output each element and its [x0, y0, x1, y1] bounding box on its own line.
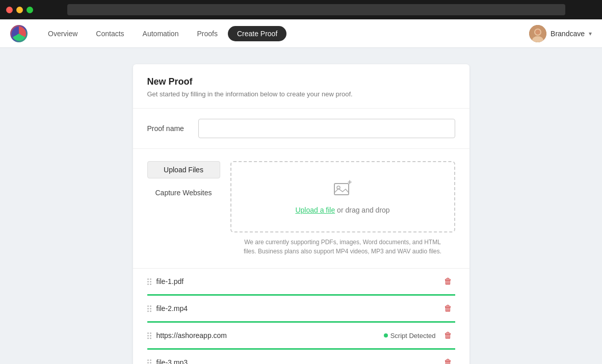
svg-rect-4	[334, 184, 349, 195]
file-name: file-2.mp4	[156, 304, 436, 313]
tab-capture-websites[interactable]: Capture Websites	[147, 185, 220, 201]
nav-items: Overview Contacts Automation Proofs Crea…	[40, 25, 529, 42]
page-title: New Proof	[147, 76, 455, 87]
page-content: New Proof Get started by filling in the …	[0, 48, 602, 364]
delete-file-button[interactable]: 🗑	[441, 357, 455, 364]
nav-item-proofs[interactable]: Proofs	[189, 25, 225, 42]
app-logo[interactable]	[10, 25, 28, 42]
address-bar[interactable]	[67, 4, 565, 15]
file-list: file-1.pdf 🗑 file-2.mp4 🗑	[133, 269, 469, 364]
list-item: file-2.mp4 🗑	[147, 296, 455, 323]
drop-zone-suffix: or drag and drop	[335, 206, 389, 214]
support-text: We are currently supporting PDFs, images…	[230, 232, 455, 256]
svg-point-3	[535, 30, 540, 35]
tab-upload-files[interactable]: Upload Files	[147, 161, 220, 178]
nav-item-contacts[interactable]: Contacts	[88, 25, 132, 42]
nav-item-overview[interactable]: Overview	[40, 25, 86, 42]
drag-handle-icon[interactable]	[147, 305, 151, 312]
drop-zone-text: Upload a file or drag and drop	[295, 206, 389, 214]
close-button[interactable]	[6, 7, 13, 13]
svg-text:+: +	[348, 179, 352, 186]
badge-dot-icon	[384, 333, 388, 337]
badge-label: Script Detected	[390, 332, 436, 340]
minimize-button[interactable]	[16, 7, 23, 13]
upload-link[interactable]: Upload a file	[295, 206, 335, 214]
nav-right: Brandcave ▾	[529, 25, 592, 42]
upload-icon: +	[332, 179, 353, 202]
delete-file-button[interactable]: 🗑	[441, 303, 455, 314]
list-item: file-1.pdf 🗑	[147, 269, 455, 296]
file-name: file-1.pdf	[156, 277, 436, 285]
proof-name-input[interactable]	[198, 119, 455, 138]
chevron-down-icon[interactable]: ▾	[589, 30, 592, 37]
drag-handle-icon[interactable]	[147, 332, 151, 339]
drag-handle-icon[interactable]	[147, 359, 151, 365]
navigation: Overview Contacts Automation Proofs Crea…	[0, 19, 602, 48]
nav-item-create-proof[interactable]: Create Proof	[228, 26, 286, 41]
drop-zone[interactable]: + Upload a file or drag and drop	[230, 161, 455, 232]
new-proof-card: New Proof Get started by filling in the …	[133, 64, 469, 364]
maximize-button[interactable]	[27, 7, 33, 13]
page-subtitle: Get started by filling in the informatio…	[147, 90, 455, 98]
card-header: New Proof Get started by filling in the …	[133, 64, 469, 109]
upload-sidebar: Upload Files Capture Websites	[147, 161, 220, 256]
upload-area: + Upload a file or drag and drop We are …	[230, 161, 455, 256]
delete-file-button[interactable]: 🗑	[441, 330, 455, 341]
avatar	[529, 25, 546, 42]
proof-name-label: Proof name	[147, 124, 188, 133]
proof-name-row: Proof name	[133, 109, 469, 149]
script-detected-badge: Script Detected	[384, 332, 436, 340]
title-bar	[0, 0, 602, 19]
file-name: https://ashoreapp.com	[156, 331, 379, 340]
user-name: Brandcave	[551, 30, 585, 38]
list-item: https://ashoreapp.com Script Detected 🗑	[147, 323, 455, 350]
nav-item-automation[interactable]: Automation	[135, 25, 187, 42]
delete-file-button[interactable]: 🗑	[441, 276, 455, 287]
upload-section: Upload Files Capture Websites + Upload	[133, 149, 469, 269]
list-item: file-3.mp3 🗑	[147, 350, 455, 364]
drag-handle-icon[interactable]	[147, 278, 151, 285]
file-name: file-3.mp3	[156, 358, 436, 364]
